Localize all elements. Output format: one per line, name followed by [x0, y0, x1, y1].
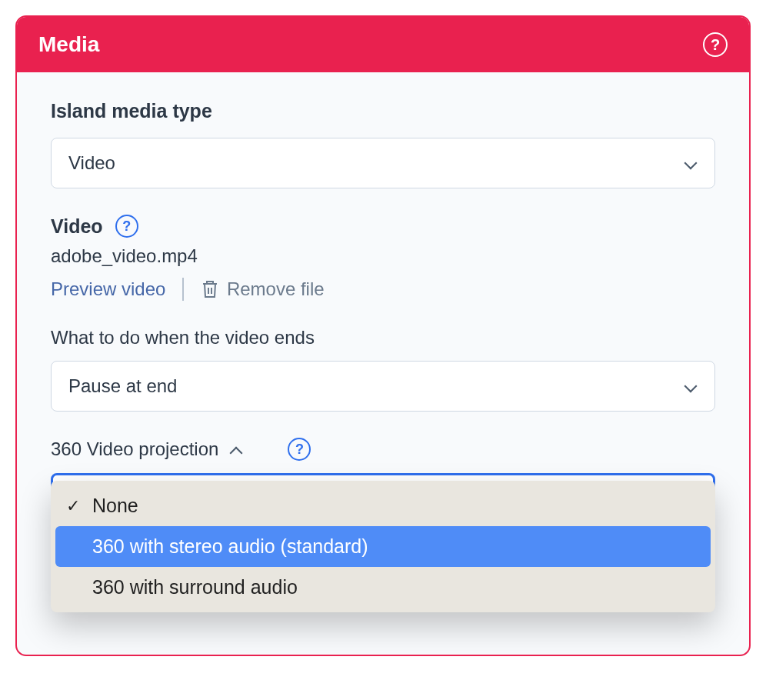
video-filename: adobe_video.mp4: [51, 245, 715, 267]
projection-help-icon[interactable]: ?: [288, 438, 311, 461]
projection-label: 360 Video projection: [51, 438, 218, 460]
media-type-label: Island media type: [51, 100, 715, 122]
video-actions: Preview video Remove file: [51, 278, 715, 301]
projection-select-area: None 360 with stereo audio (standard) 36…: [51, 473, 715, 612]
on-end-select[interactable]: Pause at end: [51, 361, 715, 412]
projection-option-surround[interactable]: 360 with surround audio: [51, 567, 715, 608]
media-type-value: Video: [68, 152, 115, 174]
trash-icon: [201, 279, 219, 299]
video-heading-row: Video ?: [51, 215, 715, 238]
panel-header: Media ?: [17, 17, 749, 72]
help-glyph: ?: [711, 36, 720, 54]
remove-file-button[interactable]: Remove file: [201, 278, 325, 300]
projection-dropdown: None 360 with stereo audio (standard) 36…: [51, 481, 715, 612]
panel-title: Media: [38, 32, 99, 57]
media-panel: Media ? Island media type Video Video ? …: [15, 15, 751, 656]
chevron-down-icon: [684, 156, 698, 170]
video-help-icon[interactable]: ?: [115, 215, 138, 238]
chevron-down-icon: [684, 379, 698, 393]
video-heading: Video: [51, 215, 103, 238]
divider: [182, 278, 184, 301]
projection-option-stereo[interactable]: 360 with stereo audio (standard): [55, 526, 711, 567]
on-end-value: Pause at end: [68, 375, 177, 397]
projection-label-row: 360 Video projection ?: [51, 438, 715, 461]
remove-file-label: Remove file: [227, 278, 325, 300]
preview-video-link[interactable]: Preview video: [51, 278, 165, 300]
panel-body: Island media type Video Video ? adobe_vi…: [17, 72, 749, 655]
help-icon[interactable]: ?: [703, 32, 728, 57]
projection-option-none[interactable]: None: [51, 485, 715, 526]
on-end-label: What to do when the video ends: [51, 327, 715, 348]
chevron-up-icon: [229, 442, 243, 456]
media-type-select[interactable]: Video: [51, 138, 715, 188]
